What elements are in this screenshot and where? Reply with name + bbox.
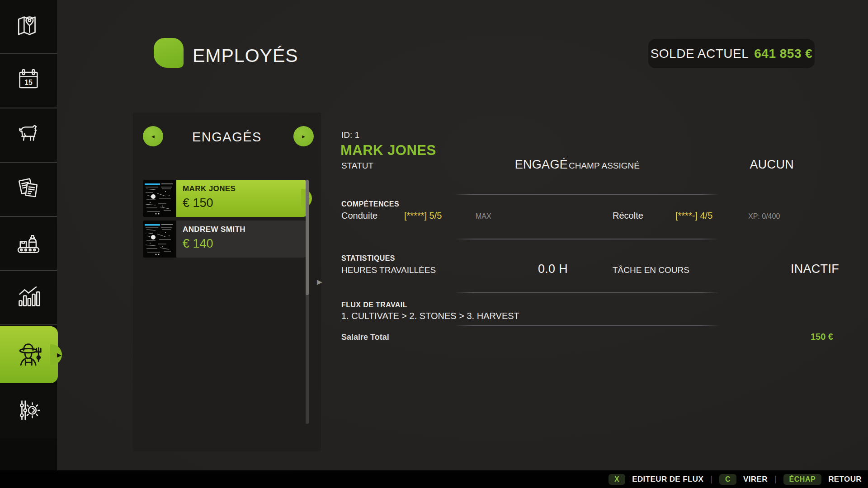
sidebar-item-statistics[interactable] xyxy=(0,271,57,325)
hours-value: 0.0 H xyxy=(452,262,568,276)
sidebar-item-settings[interactable] xyxy=(0,384,57,438)
salary-value: 150 € xyxy=(741,332,833,342)
employee-row[interactable]: ANDREW SMITH € 140 xyxy=(143,221,308,258)
skill-note: MAX xyxy=(476,212,491,221)
cow-icon xyxy=(15,121,42,149)
divider xyxy=(454,325,719,326)
hotkey-x-badge[interactable]: X xyxy=(609,474,625,485)
hotkey-c-badge[interactable]: C xyxy=(719,474,736,485)
page-title: EMPLOYÉS xyxy=(193,45,298,66)
next-category-button[interactable]: ► xyxy=(293,126,314,146)
page-leaf-icon xyxy=(154,38,184,68)
task-value: INACTIF xyxy=(723,262,839,276)
settings-sliders-gear-icon xyxy=(15,397,42,425)
contracts-icon xyxy=(15,175,42,203)
workflow-label: FLUX DE TRAVAIL xyxy=(341,301,407,309)
hours-label: HEURES TRAVAILLÉES xyxy=(341,265,436,275)
employee-portrait xyxy=(143,180,176,217)
stats-label: STATISTIQUES xyxy=(341,254,395,263)
skill-rating: [*****] 5/5 xyxy=(404,211,442,221)
divider xyxy=(454,194,719,195)
panel-collapse-arrow-icon[interactable]: ▶ xyxy=(317,278,322,286)
employee-name: MARK JONES xyxy=(183,184,302,193)
footer-separator: | xyxy=(710,474,712,484)
map-icon xyxy=(15,13,42,41)
employee-detail-name: MARK JONES xyxy=(340,142,436,159)
task-label: TÂCHE EN COURS xyxy=(613,265,689,275)
balance-label: SOLDE ACTUEL xyxy=(651,47,749,61)
field-value: AUCUN xyxy=(678,158,794,172)
roster-title: ENGAGÉS xyxy=(133,130,321,145)
sidebar-item-workers[interactable]: ▶ xyxy=(0,326,58,383)
production-icon xyxy=(15,230,42,258)
balance-value: 641 853 € xyxy=(754,47,812,61)
divider xyxy=(454,292,719,293)
employee-list: MARK JONES € 150 ► ANDRE xyxy=(143,180,308,261)
farmer-icon xyxy=(14,339,44,371)
fire-action[interactable]: VIRER xyxy=(743,475,768,484)
footer-separator: | xyxy=(774,474,777,484)
status-value: ENGAGÉ xyxy=(452,158,568,172)
employee-wage: € 150 xyxy=(183,196,302,210)
roster-scrollbar-thumb[interactable] xyxy=(306,180,309,295)
active-tab-arrow-icon: ▶ xyxy=(57,352,61,358)
sidebar-item-production[interactable] xyxy=(0,217,57,271)
roster-header: ◄ ENGAGÉS ► xyxy=(133,126,321,148)
arrow-right-icon: ► xyxy=(301,134,306,139)
employee-row-body: MARK JONES € 150 xyxy=(176,180,308,217)
sidebar-item-calendar[interactable]: 15 xyxy=(0,54,57,108)
flow-editor-action[interactable]: EDITEUR DE FLUX xyxy=(632,475,703,484)
salary-label: Salaire Total xyxy=(341,333,389,342)
sidebar-item-map[interactable] xyxy=(0,0,57,54)
statistics-icon xyxy=(15,284,42,312)
svg-text:15: 15 xyxy=(24,79,33,86)
sidebar-item-animals[interactable] xyxy=(0,108,57,163)
skills-label: COMPÉTENCES xyxy=(341,200,399,208)
calendar-icon: 15 xyxy=(15,67,42,95)
employee-name: ANDREW SMITH xyxy=(183,225,302,234)
back-action[interactable]: RETOUR xyxy=(828,475,862,484)
skill-name: Récolte xyxy=(613,211,643,221)
employee-portrait xyxy=(143,221,176,258)
status-label: STATUT xyxy=(341,161,373,171)
employee-roster-panel: ◄ ENGAGÉS ► MARK JONES xyxy=(133,113,321,451)
roster-scrollbar[interactable] xyxy=(306,180,309,424)
employee-row-selected[interactable]: MARK JONES € 150 ► xyxy=(143,180,308,217)
employee-wage: € 140 xyxy=(183,237,302,251)
field-label: CHAMP ASSIGNÉ xyxy=(569,161,640,171)
skill-rating: [****-] 4/5 xyxy=(675,211,712,221)
divider xyxy=(454,239,719,239)
employee-row-body: ANDREW SMITH € 140 xyxy=(176,221,308,258)
sidebar-item-contracts[interactable] xyxy=(0,163,57,217)
footer-hotkey-bar: X EDITEUR DE FLUX | C VIRER | ÉCHAP RETO… xyxy=(0,470,868,488)
workflow-value: 1. CULTIVATE > 2. STONES > 3. HARVEST xyxy=(341,311,519,321)
balance-pill: SOLDE ACTUEL 641 853 € xyxy=(648,39,815,68)
skill-name: Conduite xyxy=(341,211,377,221)
employee-id: ID: 1 xyxy=(341,130,359,140)
skill-note: XP: 0/400 xyxy=(748,212,780,221)
hotkey-escape-badge[interactable]: ÉCHAP xyxy=(783,474,822,485)
sidebar: 15 xyxy=(0,0,57,470)
